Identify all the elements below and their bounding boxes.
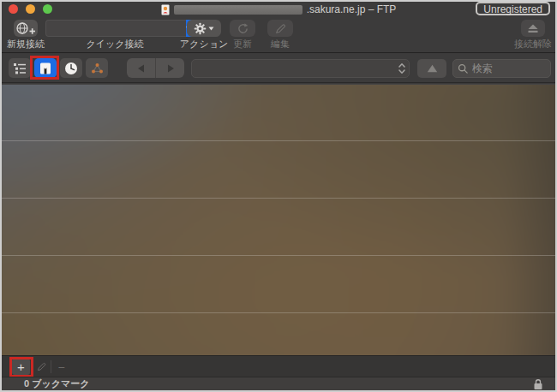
back-arrow-icon [137,64,146,73]
new-connection-label: 新規接続 [7,39,45,49]
remove-bookmark-button[interactable]: − [52,359,70,375]
gear-icon [194,22,207,35]
bookmark-actions-bar: + − [2,355,555,377]
main-toolbar: 新規接続 クイック接続 [2,17,555,53]
unregistered-badge: Unregistered [476,2,550,15]
row-separator [2,198,555,199]
pencil-icon [274,22,287,35]
search-input[interactable] [470,62,546,75]
view-toolbar [2,54,555,83]
action-menu-button[interactable] [187,20,221,37]
blurred-content [2,84,555,355]
new-connection-group: 新規接続 [3,20,48,49]
redacted-hostname [174,5,302,15]
bookmarks-icon [39,62,51,74]
forward-arrow-icon [166,64,175,73]
segment-network-view[interactable] [86,58,108,78]
refresh-label: 更新 [233,39,252,49]
search-icon [458,63,468,74]
eject-icon [527,23,539,34]
refresh-button[interactable] [230,20,255,37]
app-window: .sakura.ne.jp – FTP Unregistered 新規接続 [0,0,557,392]
window-title-group: .sakura.ne.jp – FTP [105,2,452,17]
bookmarks-list-area[interactable] [2,84,555,355]
divider [51,360,51,373]
up-down-chevrons-icon [398,62,405,74]
globe-plus-icon [15,21,36,35]
lock-icon [533,378,543,390]
quick-connect-input[interactable] [45,20,186,37]
quick-connect-label: クイック接続 [86,39,143,49]
row-separator [2,255,555,256]
refresh-icon [237,22,249,35]
document-proxy-icon [161,4,170,15]
action-label: アクション [180,39,228,49]
segment-bookmarks-view[interactable] [34,58,57,78]
row-separator [2,312,555,313]
disconnect-button[interactable] [521,20,545,37]
titlebar: .sakura.ne.jp – FTP Unregistered [2,2,555,17]
row-separator [2,140,555,141]
action-group: アクション [183,20,225,49]
segment-list-view[interactable] [9,58,31,78]
search-field[interactable] [452,59,551,78]
up-arrow-icon [427,64,438,73]
statusbar: 0 ブックマーク [2,377,555,390]
edit-bookmark-button[interactable] [33,359,51,375]
add-bookmark-button[interactable]: + [12,359,30,375]
minimize-window-button[interactable] [26,4,35,14]
network-nodes-icon [91,62,104,74]
bookmarks-count: 0 ブックマーク [24,377,89,390]
window-title: .sakura.ne.jp – FTP [307,3,397,15]
edit-button[interactable] [267,20,293,37]
refresh-group: 更新 [226,20,259,49]
zoom-window-button[interactable] [43,4,52,14]
segment-history-view[interactable] [60,58,82,78]
list-view-icon [14,62,27,74]
close-window-button[interactable] [9,4,18,14]
history-nav-buttons [127,58,184,78]
quick-connect-group: クイック接続 [45,20,184,49]
new-connection-button[interactable] [14,20,38,37]
edit-label: 編集 [271,39,290,49]
parent-directory-button[interactable] [417,59,446,78]
history-clock-icon [64,62,78,75]
edit-group: 編集 [264,20,296,49]
disconnect-group: 接続解除 [512,20,554,49]
disconnect-label: 接続解除 [514,39,552,49]
chevron-down-icon [208,27,214,31]
back-button[interactable] [127,58,156,78]
path-popup-button[interactable] [191,59,410,78]
forward-button[interactable] [156,58,184,78]
pencil-icon [36,361,47,372]
